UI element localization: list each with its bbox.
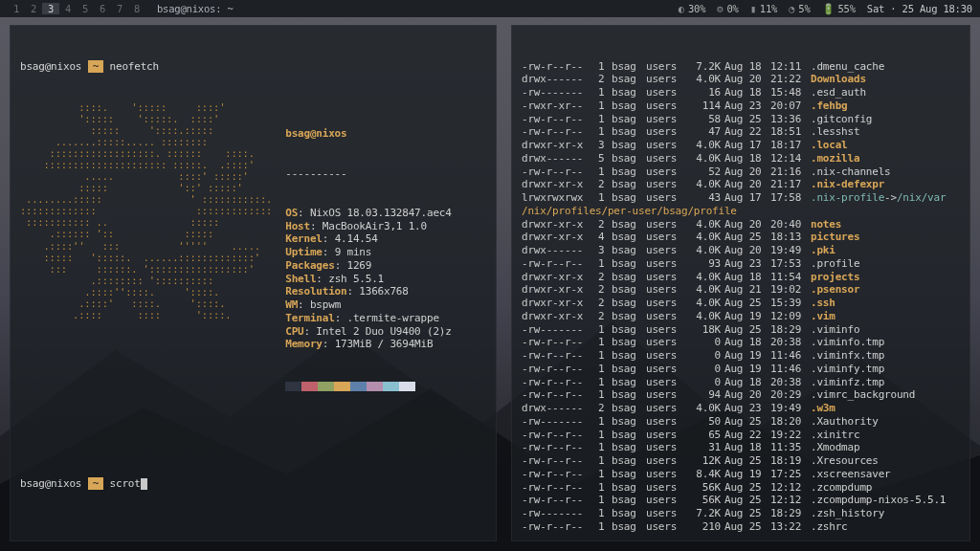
ls-row: drwxr-xr-x2bsagusers4.0KAug 2515:39.ssh (522, 297, 960, 310)
clock: Sat · 25 Aug 18:30 (867, 3, 972, 14)
ls-row: drwx------2bsagusers4.0KAug 2319:49.w3m (522, 402, 960, 415)
color-swatch (383, 382, 399, 391)
stat-icon: ◐ (679, 3, 684, 14)
stat-icon: ◔ (789, 3, 794, 14)
symlink-resolved: /nix/profiles/per-user/bsag/profile (522, 205, 960, 218)
ls-row: -rw-r--r--1bsagusers94Aug 2020:29.vimrc_… (522, 388, 960, 402)
ls-row: -rw-r--r--1bsagusers210Aug 2513:22.zshrc (522, 520, 960, 534)
neofetch-ascii-art: ::::. '::::: ::::' '::::: ':::::. ::::' … (20, 101, 272, 417)
workspace-1[interactable]: 1 (8, 3, 25, 14)
ls-row: drwxr-xr-x2bsagusers4.0KAug 2119:02.psen… (522, 283, 960, 297)
ls-row: drwxr-xr-x2bsagusers4.0KAug 2020:40notes (522, 218, 960, 231)
prompt-line-1: bsag@nixos ~ neofetch (20, 60, 486, 74)
status-stat: ▮11% (750, 3, 778, 14)
ls-row: -rw-r--r--1bsagusers56KAug 2512:12.zcomp… (522, 494, 960, 507)
terminal-left[interactable]: bsag@nixos ~ neofetch ::::. '::::: ::::'… (10, 25, 497, 541)
ls-row: drwxr-xr-x4bsagusers4.0KAug 2518:13pictu… (522, 231, 960, 244)
workspace-7[interactable]: 7 (111, 3, 128, 14)
stat-icon: ⚙ (717, 3, 723, 14)
neofetch-row: CPU: Intel 2 Duo U9400 (2)z (285, 325, 451, 339)
neofetch-row: OS: NixOS 18.03.132847.aec4 (285, 207, 451, 220)
status-stat: ⚙0% (717, 3, 738, 14)
ls-row: -rw-r--r--1bsagusers0Aug 1820:38.viminfo… (522, 336, 960, 349)
neofetch-row: Terminal: .termite-wrappe (285, 312, 451, 325)
workspace-3[interactable]: 3 (42, 3, 59, 14)
ls-row: -rw-r--r--1bsagusers0Aug 1911:46.viminfx… (522, 349, 960, 363)
ls-row: -rw-------1bsagusers18KAug 2518:29.vimin… (522, 323, 960, 337)
neofetch-row: Host: MacBookAir3,1 1.0 (285, 220, 451, 233)
ls-row: drwxr-xr-x2bsagusers4.0KAug 1912:09.vim (522, 310, 960, 323)
prompt-line-2: bsag@nixos ~ scrot (20, 477, 486, 491)
color-swatch (350, 382, 367, 391)
ls-row: -rw-r--r--1bsagusers12KAug 2518:19.Xreso… (522, 454, 960, 468)
ls-row: -rw-------1bsagusers16Aug 1815:48.esd_au… (522, 86, 960, 99)
cursor-icon (141, 478, 147, 490)
neofetch-row: Shell: zsh 5.5.1 (285, 273, 451, 286)
neofetch-row: Resolution: 1366x768 (285, 285, 451, 298)
workspace-5[interactable]: 5 (77, 3, 94, 14)
ls-row: lrwxrwxrwx1bsagusers43Aug 1717:58.nix-pr… (522, 191, 960, 205)
color-swatch (334, 382, 350, 391)
ls-row: -rw-r--r--1bsagusers56KAug 2512:12.zcomp… (522, 481, 960, 495)
ls-row: drwx------5bsagusers4.0KAug 1812:14.mozi… (522, 152, 960, 165)
terminal-right[interactable]: -rw-r--r--1bsagusers7.2KAug 1812:11.dmen… (511, 25, 970, 541)
workspace-4[interactable]: 4 (59, 3, 77, 14)
ls-row: -rw-r--r--1bsagusers58Aug 2513:36.gitcon… (522, 113, 960, 126)
ls-row: -rw-r--r--1bsagusers65Aug 2219:22.xinitr… (522, 429, 960, 442)
status-stat: 🔋55% (822, 3, 856, 15)
workspace-list: 12345678 (8, 3, 145, 14)
ls-row: -rwxr-xr--1bsagusers114Aug 2320:07.fehbg (522, 99, 960, 113)
ls-row: drwx------3bsagusers4.0KAug 2019:49.pki (522, 244, 960, 257)
color-swatch (285, 382, 301, 391)
ls-row: -rw-r--r--1bsagusers0Aug 1820:38.viminfz… (522, 376, 960, 389)
neofetch-row: Memory: 173MiB / 3694MiB (285, 338, 451, 351)
color-swatches (285, 382, 451, 391)
color-swatch (301, 382, 318, 391)
ls-row: -rw-r--r--1bsagusers0Aug 1911:46.viminfy… (522, 363, 960, 376)
ls-row: -rw-r--r--1bsagusers47Aug 2218:51.lesshs… (522, 125, 960, 139)
workspace-8[interactable]: 8 (128, 3, 145, 14)
stat-icon: ▮ (750, 3, 756, 14)
color-swatch (367, 382, 383, 391)
status-area: ◐30%⚙0%▮11%◔5%🔋55%Sat · 25 Aug 18:30 (679, 3, 972, 15)
color-swatch (399, 382, 415, 391)
ls-row: -rw-------1bsagusers7.2KAug 2518:29.zsh_… (522, 507, 960, 520)
ls-row: drwxr-xr-x3bsagusers4.0KAug 1718:17.loca… (522, 139, 960, 152)
status-stat: ◔5% (789, 3, 810, 14)
ls-row: -rw-------1bsagusers50Aug 2518:20.Xautho… (522, 415, 960, 429)
ls-row: -rw-r--r--1bsagusers93Aug 2317:53.profil… (522, 257, 960, 271)
neofetch-row: Uptime: 9 mins (285, 246, 451, 259)
ls-output: -rw-r--r--1bsagusers7.2KAug 1812:11.dmen… (522, 60, 960, 534)
ls-row: drwxr-xr-x2bsagusers4.0KAug 1811:54proje… (522, 271, 960, 284)
ls-row: -rw-r--r--1bsagusers7.2KAug 1812:11.dmen… (522, 60, 960, 74)
neofetch-row: WM: bspwm (285, 298, 451, 312)
window-title: bsag@nixos: ~ (157, 3, 234, 14)
neofetch-row: Kernel: 4.14.54 (285, 232, 451, 246)
status-stat: ◐30% (679, 3, 706, 14)
ls-row: drwxr-xr-x2bsagusers4.0KAug 2021:17.nix-… (522, 178, 960, 191)
top-bar: 12345678 bsag@nixos: ~ ◐30%⚙0%▮11%◔5%🔋55… (0, 0, 980, 17)
neofetch-info: bsag@nixos ---------- OS: NixOS 18.03.13… (285, 101, 451, 417)
neofetch-row: Packages: 1269 (285, 259, 451, 273)
workspace-6[interactable]: 6 (94, 3, 111, 14)
color-swatch (318, 382, 334, 391)
ls-row: drwx------2bsagusers4.0KAug 2021:22Downl… (522, 73, 960, 86)
ls-row: -rw-r--r--1bsagusers8.4KAug 1917:25.xscr… (522, 468, 960, 481)
workspace-2[interactable]: 2 (25, 3, 42, 14)
stat-icon: 🔋 (822, 3, 835, 15)
ls-row: -rw-r--r--1bsagusers31Aug 1811:35.Xmodma… (522, 441, 960, 454)
ls-row: -rw-r--r--1bsagusers52Aug 2021:16.nix-ch… (522, 165, 960, 179)
